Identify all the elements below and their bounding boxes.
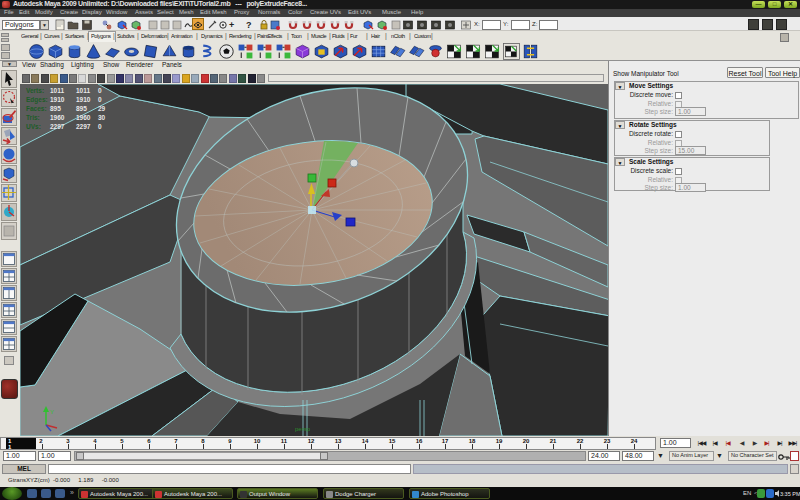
svg-text:1960: 1960	[50, 114, 65, 121]
svg-text:1011: 1011	[50, 87, 64, 94]
svg-text:Faces:: Faces:	[26, 105, 47, 112]
svg-text:2297: 2297	[76, 123, 91, 130]
svg-text:895: 895	[50, 105, 61, 112]
svg-text:persp: persp	[295, 426, 311, 432]
svg-text:Y: Y	[50, 409, 54, 415]
svg-text:1011: 1011	[76, 87, 90, 94]
svg-text:2297: 2297	[50, 123, 65, 130]
svg-text:0: 0	[98, 87, 102, 94]
svg-text:0: 0	[98, 96, 102, 103]
svg-text:1910: 1910	[76, 96, 91, 103]
svg-text:1910: 1910	[50, 96, 65, 103]
svg-text:Tris:: Tris:	[26, 114, 40, 121]
svg-text:Edges:: Edges:	[26, 96, 48, 104]
svg-text:UVs:: UVs:	[26, 123, 41, 130]
svg-text:1960: 1960	[76, 114, 91, 121]
svg-text:30: 30	[98, 114, 106, 121]
svg-text:Verts:: Verts:	[26, 87, 44, 94]
svg-text:895: 895	[76, 105, 87, 112]
svg-text:29: 29	[98, 105, 106, 112]
svg-text:0: 0	[98, 123, 102, 130]
